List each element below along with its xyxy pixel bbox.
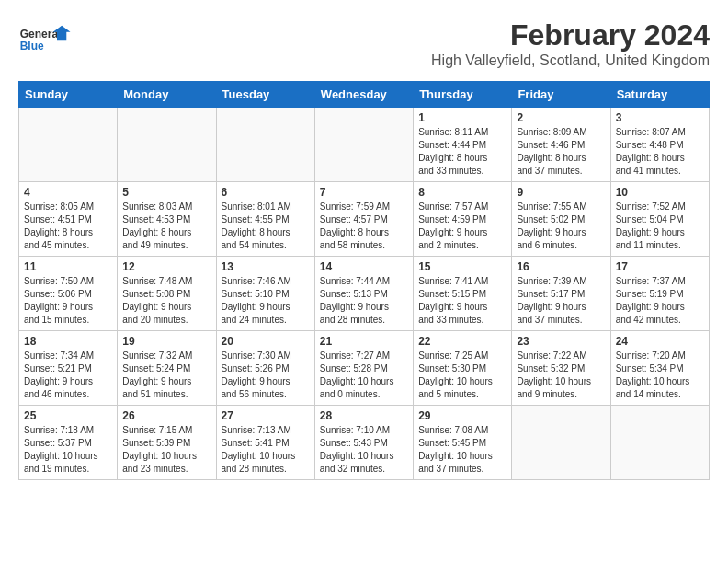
- table-row: [118, 108, 216, 182]
- table-row: 5Sunrise: 8:03 AM Sunset: 4:53 PM Daylig…: [118, 182, 216, 257]
- day-info: Sunrise: 7:41 AM Sunset: 5:15 PM Dayligh…: [418, 275, 506, 327]
- day-info: Sunrise: 7:08 AM Sunset: 5:45 PM Dayligh…: [418, 424, 506, 476]
- day-number: 29: [418, 409, 506, 422]
- day-info: Sunrise: 7:34 AM Sunset: 5:21 PM Dayligh…: [24, 350, 112, 401]
- table-row: 25Sunrise: 7:18 AM Sunset: 5:37 PM Dayli…: [19, 406, 118, 480]
- calendar-subtitle: High Valleyfield, Scotland, United Kingd…: [431, 52, 710, 69]
- table-row: 9Sunrise: 7:55 AM Sunset: 5:02 PM Daylig…: [512, 182, 610, 257]
- table-row: 2Sunrise: 8:09 AM Sunset: 4:46 PM Daylig…: [512, 108, 610, 182]
- calendar-week-row: 18Sunrise: 7:34 AM Sunset: 5:21 PM Dayli…: [19, 331, 710, 406]
- day-info: Sunrise: 8:01 AM Sunset: 4:55 PM Dayligh…: [222, 201, 310, 252]
- table-row: 6Sunrise: 8:01 AM Sunset: 4:55 PM Daylig…: [216, 182, 314, 257]
- table-row: [19, 108, 118, 182]
- table-row: 29Sunrise: 7:08 AM Sunset: 5:45 PM Dayli…: [414, 406, 512, 480]
- day-info: Sunrise: 8:09 AM Sunset: 4:46 PM Dayligh…: [517, 126, 605, 178]
- table-row: [314, 108, 413, 182]
- day-info: Sunrise: 7:55 AM Sunset: 5:02 PM Dayligh…: [517, 201, 605, 252]
- table-row: 10Sunrise: 7:52 AM Sunset: 5:04 PM Dayli…: [610, 182, 709, 257]
- day-number: 24: [616, 335, 704, 348]
- table-row: 28Sunrise: 7:10 AM Sunset: 5:43 PM Dayli…: [314, 406, 413, 480]
- table-row: 20Sunrise: 7:30 AM Sunset: 5:26 PM Dayli…: [216, 331, 314, 406]
- table-row: 12Sunrise: 7:48 AM Sunset: 5:08 PM Dayli…: [118, 257, 216, 331]
- day-number: 13: [222, 260, 310, 273]
- table-row: 15Sunrise: 7:41 AM Sunset: 5:15 PM Dayli…: [414, 257, 512, 331]
- calendar-week-row: 11Sunrise: 7:50 AM Sunset: 5:06 PM Dayli…: [19, 257, 710, 331]
- day-number: 12: [122, 260, 210, 273]
- day-info: Sunrise: 7:59 AM Sunset: 4:57 PM Dayligh…: [320, 201, 408, 252]
- header-friday: Friday: [512, 82, 610, 108]
- header-tuesday: Tuesday: [216, 82, 314, 108]
- day-info: Sunrise: 7:48 AM Sunset: 5:08 PM Dayligh…: [122, 275, 210, 327]
- table-row: 14Sunrise: 7:44 AM Sunset: 5:13 PM Dayli…: [314, 257, 413, 331]
- calendar-table: Sunday Monday Tuesday Wednesday Thursday…: [18, 81, 710, 480]
- day-info: Sunrise: 7:22 AM Sunset: 5:32 PM Dayligh…: [517, 350, 605, 401]
- table-row: 3Sunrise: 8:07 AM Sunset: 4:48 PM Daylig…: [610, 108, 709, 182]
- day-number: 15: [418, 260, 506, 273]
- day-number: 11: [24, 260, 112, 273]
- table-row: 16Sunrise: 7:39 AM Sunset: 5:17 PM Dayli…: [512, 257, 610, 331]
- day-info: Sunrise: 7:15 AM Sunset: 5:39 PM Dayligh…: [122, 424, 210, 476]
- day-info: Sunrise: 7:37 AM Sunset: 5:19 PM Dayligh…: [616, 275, 704, 327]
- day-info: Sunrise: 7:50 AM Sunset: 5:06 PM Dayligh…: [24, 275, 112, 327]
- calendar-week-row: 25Sunrise: 7:18 AM Sunset: 5:37 PM Dayli…: [19, 406, 710, 480]
- day-number: 19: [122, 335, 210, 348]
- table-row: 19Sunrise: 7:32 AM Sunset: 5:24 PM Dayli…: [118, 331, 216, 406]
- day-info: Sunrise: 7:57 AM Sunset: 4:59 PM Dayligh…: [418, 201, 506, 252]
- calendar-week-row: 1Sunrise: 8:11 AM Sunset: 4:44 PM Daylig…: [19, 108, 710, 182]
- day-info: Sunrise: 8:07 AM Sunset: 4:48 PM Dayligh…: [616, 126, 704, 178]
- table-row: [216, 108, 314, 182]
- day-info: Sunrise: 7:13 AM Sunset: 5:41 PM Dayligh…: [222, 424, 310, 476]
- table-row: 13Sunrise: 7:46 AM Sunset: 5:10 PM Dayli…: [216, 257, 314, 331]
- day-number: 2: [517, 111, 605, 124]
- header-thursday: Thursday: [414, 82, 512, 108]
- table-row: [512, 406, 610, 480]
- calendar-title: February 2024: [431, 18, 710, 52]
- day-info: Sunrise: 7:46 AM Sunset: 5:10 PM Dayligh…: [222, 275, 310, 327]
- day-number: 6: [222, 186, 310, 199]
- calendar-body: 1Sunrise: 8:11 AM Sunset: 4:44 PM Daylig…: [19, 108, 710, 480]
- svg-text:General: General: [20, 28, 62, 40]
- day-info: Sunrise: 7:44 AM Sunset: 5:13 PM Dayligh…: [320, 275, 408, 327]
- table-row: 11Sunrise: 7:50 AM Sunset: 5:06 PM Dayli…: [19, 257, 118, 331]
- table-row: 1Sunrise: 8:11 AM Sunset: 4:44 PM Daylig…: [414, 108, 512, 182]
- day-number: 28: [320, 409, 408, 422]
- day-number: 4: [24, 186, 112, 199]
- table-row: 17Sunrise: 7:37 AM Sunset: 5:19 PM Dayli…: [610, 257, 709, 331]
- day-number: 3: [616, 111, 704, 124]
- day-number: 8: [418, 186, 506, 199]
- table-row: 24Sunrise: 7:20 AM Sunset: 5:34 PM Dayli…: [610, 331, 709, 406]
- table-row: [610, 406, 709, 480]
- day-info: Sunrise: 7:39 AM Sunset: 5:17 PM Dayligh…: [517, 275, 605, 327]
- calendar-week-row: 4Sunrise: 8:05 AM Sunset: 4:51 PM Daylig…: [19, 182, 710, 257]
- table-row: 21Sunrise: 7:27 AM Sunset: 5:28 PM Dayli…: [314, 331, 413, 406]
- header-saturday: Saturday: [610, 82, 709, 108]
- svg-text:Blue: Blue: [20, 40, 44, 52]
- day-number: 9: [517, 186, 605, 199]
- day-number: 7: [320, 186, 408, 199]
- header-sunday: Sunday: [19, 82, 118, 108]
- day-number: 16: [517, 260, 605, 273]
- header-wednesday: Wednesday: [314, 82, 413, 108]
- logo-svg: General Blue: [18, 18, 74, 64]
- calendar-header-row: Sunday Monday Tuesday Wednesday Thursday…: [19, 82, 710, 108]
- table-row: 18Sunrise: 7:34 AM Sunset: 5:21 PM Dayli…: [19, 331, 118, 406]
- day-number: 26: [122, 409, 210, 422]
- day-info: Sunrise: 8:11 AM Sunset: 4:44 PM Dayligh…: [418, 126, 506, 178]
- day-info: Sunrise: 8:05 AM Sunset: 4:51 PM Dayligh…: [24, 201, 112, 252]
- day-number: 21: [320, 335, 408, 348]
- day-number: 18: [24, 335, 112, 348]
- day-info: Sunrise: 7:25 AM Sunset: 5:30 PM Dayligh…: [418, 350, 506, 401]
- table-row: 23Sunrise: 7:22 AM Sunset: 5:32 PM Dayli…: [512, 331, 610, 406]
- day-info: Sunrise: 7:30 AM Sunset: 5:26 PM Dayligh…: [222, 350, 310, 401]
- day-info: Sunrise: 7:20 AM Sunset: 5:34 PM Dayligh…: [616, 350, 704, 401]
- day-number: 17: [616, 260, 704, 273]
- header-monday: Monday: [118, 82, 216, 108]
- table-row: 22Sunrise: 7:25 AM Sunset: 5:30 PM Dayli…: [414, 331, 512, 406]
- day-number: 25: [24, 409, 112, 422]
- day-number: 5: [122, 186, 210, 199]
- day-number: 27: [222, 409, 310, 422]
- day-info: Sunrise: 7:10 AM Sunset: 5:43 PM Dayligh…: [320, 424, 408, 476]
- table-row: 8Sunrise: 7:57 AM Sunset: 4:59 PM Daylig…: [414, 182, 512, 257]
- day-number: 23: [517, 335, 605, 348]
- table-row: 7Sunrise: 7:59 AM Sunset: 4:57 PM Daylig…: [314, 182, 413, 257]
